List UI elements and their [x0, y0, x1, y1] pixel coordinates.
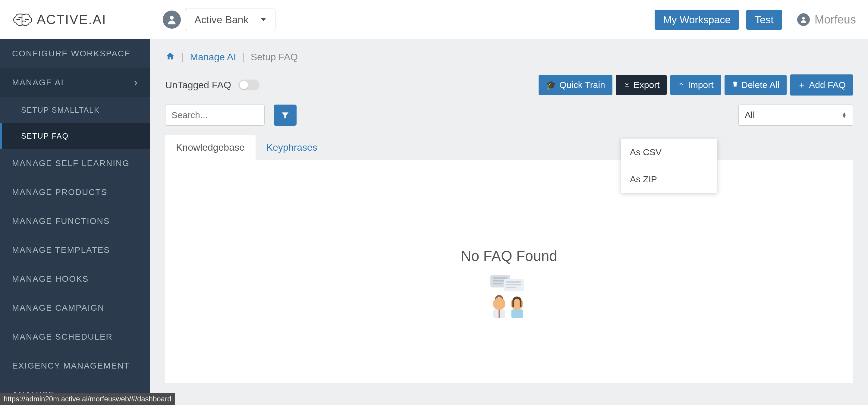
home-icon[interactable]: [165, 51, 176, 63]
category-filter-select[interactable]: All ▲▼: [738, 104, 853, 126]
toolbar: UnTagged FAQ 🎓 Quick Train Export Import: [165, 74, 853, 96]
tabs: Knowledgebase Keyphrases: [165, 135, 853, 160]
search-box: ✖: [165, 104, 265, 126]
svg-rect-12: [498, 309, 500, 318]
content-panel: No FAQ Found: [165, 160, 853, 383]
caret-down-icon: [261, 18, 266, 21]
sidebar-item-label: Configure Workspace: [12, 49, 131, 59]
upload-icon: [678, 80, 685, 90]
add-faq-button[interactable]: ＋ Add FAQ: [790, 74, 853, 96]
graduation-cap-icon: 🎓: [546, 80, 556, 90]
logo-text: ACTIVE.AI: [37, 12, 106, 27]
top-header: ACTIVE.AI Active Bank My Workspace Test …: [0, 0, 868, 39]
sidebar-item-label: Setup Smalltalk: [21, 106, 100, 115]
sidebar-item-manage-campaign[interactable]: Manage Campaign: [0, 293, 150, 322]
sidebar-subitem-setup-faq[interactable]: Setup FAQ: [0, 123, 150, 149]
test-button[interactable]: Test: [746, 10, 782, 30]
sidebar-item-label: Manage Campaign: [12, 303, 104, 313]
sidebar-item-manage-hooks[interactable]: Manage Hooks: [0, 264, 150, 293]
username: Morfeus: [815, 13, 856, 26]
sidebar-item-label: Manage Products: [12, 187, 107, 197]
breadcrumb-manage-ai[interactable]: Manage AI: [190, 52, 236, 63]
svg-rect-8: [506, 284, 521, 286]
untagged-faq-toggle[interactable]: [239, 80, 259, 90]
filter-button[interactable]: [274, 104, 297, 126]
sidebar-item-label: Manage AI: [12, 78, 64, 87]
chevron-right-icon: ›: [134, 77, 138, 88]
export-button[interactable]: Export: [616, 75, 667, 95]
delete-all-button[interactable]: Delete All: [724, 75, 787, 95]
sidebar-item-label: Exigency Management: [12, 361, 130, 371]
tab-keyphrases[interactable]: Keyphrases: [255, 135, 328, 160]
import-button[interactable]: Import: [670, 75, 721, 95]
user-avatar-icon: [797, 13, 810, 26]
my-workspace-button[interactable]: My Workspace: [655, 10, 739, 30]
sidebar-item-manage-products[interactable]: Manage Products: [0, 178, 150, 207]
workspace-name: Active Bank: [194, 14, 249, 26]
sidebar-item-manage-ai[interactable]: Manage AI ›: [0, 68, 150, 97]
button-label: Export: [633, 80, 660, 90]
sidebar-item-label: Manage Functions: [12, 216, 110, 226]
svg-rect-14: [512, 309, 523, 318]
svg-point-1: [802, 17, 805, 20]
breadcrumb-separator: |: [242, 52, 244, 63]
user-menu[interactable]: Morfeus: [797, 13, 856, 26]
trash-icon: [732, 80, 738, 90]
workspace-selector[interactable]: Active Bank: [185, 8, 276, 31]
export-as-zip[interactable]: As ZIP: [621, 166, 717, 193]
search-row: ✖ All ▲▼: [165, 104, 853, 126]
search-input[interactable]: [172, 110, 286, 120]
sidebar-subitem-setup-smalltalk[interactable]: Setup Smalltalk: [0, 97, 150, 123]
breadcrumb-current: Setup FAQ: [251, 52, 298, 63]
empty-state-illustration: [487, 273, 532, 318]
untagged-faq-label: UnTagged FAQ: [165, 80, 231, 91]
sidebar-item-label: Manage Scheduler: [12, 332, 113, 342]
filter-icon: [281, 111, 290, 120]
sidebar-item-manage-templates[interactable]: Manage Templates: [0, 236, 150, 264]
svg-rect-3: [493, 277, 507, 279]
sidebar-item-label: Manage Self Learning: [12, 158, 130, 168]
empty-state-title: No FAQ Found: [461, 248, 557, 264]
button-label: Quick Train: [559, 80, 605, 90]
sidebar-item-label: Setup FAQ: [21, 132, 69, 141]
svg-point-10: [493, 298, 505, 310]
tab-knowledgebase[interactable]: Knowledgebase: [165, 135, 255, 160]
sidebar-item-configure-workspace[interactable]: Configure Workspace: [0, 39, 150, 68]
download-icon: [623, 80, 630, 90]
breadcrumb: | Manage AI | Setup FAQ: [165, 51, 853, 63]
svg-rect-5: [493, 283, 503, 284]
sidebar-item-manage-self-learning[interactable]: Manage Self Learning: [0, 149, 150, 178]
workspace-avatar-icon: [163, 10, 181, 29]
svg-point-0: [170, 16, 174, 20]
button-label: Delete All: [741, 80, 780, 90]
breadcrumb-separator: |: [181, 52, 184, 63]
toggle-knob: [240, 81, 248, 89]
brain-icon: [12, 12, 32, 27]
browser-status-url: https://admin20m.active.ai/morfeusweb/#/…: [0, 393, 175, 405]
sidebar: Configure Workspace Manage AI › Setup Sm…: [0, 39, 150, 405]
svg-rect-9: [506, 287, 517, 288]
sort-arrows-icon: ▲▼: [842, 112, 846, 118]
plus-icon: ＋: [798, 79, 806, 91]
sidebar-item-label: Manage Templates: [12, 245, 110, 255]
main-content: | Manage AI | Setup FAQ UnTagged FAQ 🎓 Q…: [150, 39, 868, 405]
export-as-csv[interactable]: As CSV: [621, 138, 717, 166]
svg-rect-7: [506, 281, 521, 283]
quick-train-button[interactable]: 🎓 Quick Train: [538, 75, 613, 95]
sidebar-item-manage-scheduler[interactable]: Manage Scheduler: [0, 322, 150, 351]
sidebar-item-exigency-management[interactable]: Exigency Management: [0, 351, 150, 380]
button-label: Import: [688, 80, 713, 90]
logo[interactable]: ACTIVE.AI: [12, 12, 163, 27]
select-value: All: [745, 110, 755, 120]
sidebar-item-manage-functions[interactable]: Manage Functions: [0, 207, 150, 236]
button-label: Add FAQ: [809, 80, 846, 90]
export-dropdown: As CSV As ZIP: [621, 138, 717, 193]
sidebar-item-label: Manage Hooks: [12, 274, 89, 284]
